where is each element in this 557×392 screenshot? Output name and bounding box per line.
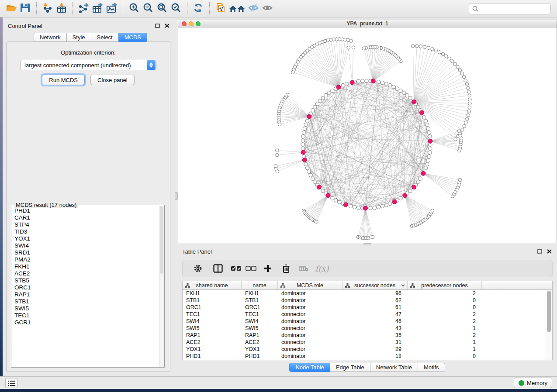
- column-header-predecessor-nodes[interactable]: predecessor nodes: [408, 281, 482, 289]
- app-content: Control Panel NetworkStyleSelectMCDS Opt…: [3, 17, 557, 376]
- result-list-item[interactable]: PHD1: [14, 207, 156, 214]
- import-table-button[interactable]: [55, 2, 69, 15]
- minimize-window-icon[interactable]: [189, 21, 194, 26]
- search-box[interactable]: [469, 3, 551, 14]
- table-cell: 61: [343, 304, 408, 311]
- duplicate-network-button[interactable]: [214, 2, 228, 15]
- export-table-button[interactable]: [91, 2, 105, 15]
- result-list-item[interactable]: STP4: [14, 221, 156, 228]
- export-table-icon: [92, 3, 104, 15]
- result-list-item[interactable]: STB1: [14, 298, 156, 305]
- memory-button[interactable]: Memory: [514, 378, 552, 388]
- table-row[interactable]: ORC1ORC1dominator610: [183, 304, 546, 311]
- close-panel-action-button[interactable]: Close panel: [90, 75, 135, 85]
- show-columns-button[interactable]: [211, 261, 225, 275]
- tab-network-table[interactable]: Network Table: [370, 363, 418, 372]
- result-list-item[interactable]: ACE2: [14, 270, 156, 277]
- maximize-window-icon[interactable]: [196, 21, 201, 26]
- table-row[interactable]: RAP1RAP1dominator352: [183, 332, 546, 339]
- optimization-criterion-select[interactable]: largest connected component (undirected): [20, 60, 156, 70]
- float-table-panel-button[interactable]: [536, 248, 543, 254]
- zoom-in-button[interactable]: [127, 2, 141, 15]
- delete-columns-button[interactable]: [279, 261, 294, 275]
- zoom-fit-icon: [157, 3, 167, 15]
- table-panel: Table Panel f(x) shared namenameMCDS rol…: [178, 245, 557, 375]
- result-list-item[interactable]: TID3: [14, 228, 156, 235]
- table-cell: STB1: [242, 297, 278, 304]
- tab-mcds[interactable]: MCDS: [118, 33, 147, 42]
- result-list-item[interactable]: PMA2: [14, 256, 156, 263]
- open-session-button[interactable]: [4, 2, 18, 15]
- mcds-result-list[interactable]: PHD1CAR1STP4TID3YOX1SWI4SRD1PMA2FKH1ACE2…: [12, 206, 159, 367]
- tab-motifs[interactable]: Motifs: [418, 363, 445, 372]
- vertical-split-divider[interactable]: [175, 17, 178, 376]
- control-panel-title: Control Panel: [8, 23, 151, 29]
- result-list-item[interactable]: SWI4: [14, 242, 156, 249]
- result-list-item[interactable]: YOX1: [14, 235, 156, 242]
- save-session-button[interactable]: [18, 2, 32, 15]
- column-header-mcds-role[interactable]: MCDS role: [278, 281, 343, 289]
- unselect-all-columns-button[interactable]: [244, 261, 259, 275]
- table-row[interactable]: SWI5SWI5connector431: [183, 325, 546, 332]
- result-list-item[interactable]: CAR1: [14, 214, 156, 221]
- run-mcds-button[interactable]: Run MCDS: [42, 75, 85, 85]
- divider-handle[interactable]: [175, 192, 178, 200]
- toolbar-separator: [36, 2, 37, 15]
- create-column-button[interactable]: [260, 261, 275, 275]
- first-neighbors-icon[interactable]: [228, 2, 247, 15]
- show-all-button[interactable]: [261, 2, 275, 15]
- tab-network[interactable]: Network: [34, 33, 67, 42]
- column-header-shared-name[interactable]: shared name: [183, 281, 242, 289]
- column-header-name[interactable]: name: [242, 281, 278, 289]
- result-list-item[interactable]: SRD1: [14, 249, 156, 256]
- table-cell: connector: [278, 346, 343, 353]
- zoom-fit-button[interactable]: [155, 2, 169, 15]
- import-network-button[interactable]: [41, 2, 55, 15]
- close-panel-button[interactable]: [163, 23, 170, 29]
- result-list-item[interactable]: STB5: [14, 277, 156, 284]
- float-panel-button[interactable]: [154, 23, 161, 29]
- table-cell: 2: [408, 318, 482, 325]
- result-list-item[interactable]: TEC1: [14, 312, 156, 319]
- result-list-item[interactable]: RAP1: [14, 291, 156, 298]
- network-window-titlebar[interactable]: YPA_prune.txt_1: [178, 20, 557, 28]
- tab-edge-table[interactable]: Edge Table: [330, 363, 370, 372]
- table-row[interactable]: YOX1YOX1connector291: [183, 346, 546, 353]
- close-window-icon[interactable]: [182, 21, 187, 26]
- table-row[interactable]: ACE2ACE2connector311: [183, 339, 546, 346]
- network-canvas[interactable]: [178, 28, 557, 243]
- table-settings-button[interactable]: [190, 261, 205, 275]
- hide-selected-button[interactable]: [247, 2, 261, 15]
- refresh-button[interactable]: [191, 2, 205, 15]
- column-header-successor-nodes[interactable]: successor nodes: [343, 281, 408, 289]
- tab-select[interactable]: Select: [91, 33, 119, 42]
- zoom-out-button[interactable]: [141, 2, 155, 15]
- table-row[interactable]: SWI4SWI4dominator462: [183, 318, 546, 325]
- result-scrollbar[interactable]: [159, 206, 164, 367]
- scrollbar-thumb[interactable]: [547, 291, 551, 332]
- toolbar-separator: [73, 2, 73, 15]
- sort-chevron-icon[interactable]: [401, 284, 405, 287]
- tab-node-table[interactable]: Node Table: [289, 363, 330, 372]
- table-cell: PHD1: [242, 353, 278, 360]
- close-table-panel-button[interactable]: [546, 248, 553, 254]
- select-all-columns-button[interactable]: [229, 261, 244, 275]
- table-scrollbar[interactable]: [546, 290, 552, 360]
- zoom-selected-button[interactable]: [169, 2, 183, 15]
- tab-style[interactable]: Style: [66, 33, 91, 42]
- table-row[interactable]: FKH1FKH1dominator962: [183, 290, 546, 297]
- table-panel-title: Table Panel: [182, 248, 533, 255]
- result-list-item[interactable]: GCR1: [14, 319, 156, 326]
- table-cell: FKH1: [183, 290, 242, 297]
- table-row[interactable]: PHD1PHD1dominator180: [183, 353, 546, 360]
- table-row[interactable]: TEC1TEC1connector472: [183, 311, 546, 318]
- export-image-button[interactable]: [105, 2, 119, 15]
- result-list-item[interactable]: SWI5: [14, 305, 156, 312]
- task-history-button[interactable]: [5, 378, 17, 388]
- export-network-button[interactable]: [77, 2, 91, 15]
- result-list-item[interactable]: FKH1: [14, 263, 156, 270]
- result-list-item[interactable]: ORC1: [14, 284, 156, 291]
- node-table: shared namenameMCDS rolesuccessor nodesp…: [182, 281, 553, 360]
- table-row[interactable]: STB1STB1dominator620: [183, 297, 546, 304]
- search-input[interactable]: [480, 4, 550, 13]
